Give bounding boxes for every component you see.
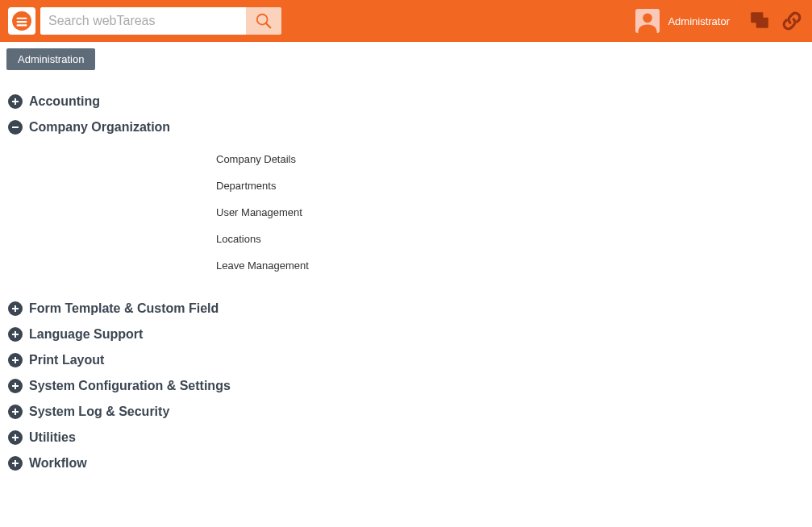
company-organization-items: Company Details Departments User Managem…: [216, 146, 804, 279]
expand-icon: [8, 379, 23, 393]
expand-icon: [8, 456, 23, 471]
link-icon: [781, 10, 802, 31]
section-system-log[interactable]: System Log & Security: [8, 405, 804, 419]
avatar[interactable]: [635, 9, 660, 33]
expand-icon: [8, 353, 23, 367]
svg-rect-3: [17, 24, 27, 26]
section-form-template[interactable]: Form Template & Custom Field: [8, 301, 804, 316]
section-title: Language Support: [29, 327, 143, 342]
expand-icon: [8, 327, 23, 342]
expand-icon: [8, 430, 23, 445]
chat-button[interactable]: [747, 9, 772, 33]
chat-icon: [749, 10, 770, 31]
search-button[interactable]: [246, 7, 281, 35]
section-print-layout[interactable]: Print Layout: [8, 353, 804, 367]
svg-rect-1: [17, 18, 27, 19]
subitem-company-details[interactable]: Company Details: [216, 146, 804, 172]
subitem-leave-management[interactable]: Leave Management: [216, 252, 804, 279]
search-wrap: [40, 7, 281, 35]
svg-line-5: [266, 23, 271, 28]
expand-icon: [8, 405, 23, 419]
section-title: Utilities: [29, 430, 76, 445]
section-company-organization[interactable]: Company Organization: [8, 120, 804, 135]
expand-icon: [8, 301, 23, 316]
search-input[interactable]: [40, 7, 246, 35]
avatar-icon: [636, 10, 659, 33]
svg-rect-8: [756, 18, 768, 28]
search-icon: [255, 12, 273, 30]
svg-rect-2: [17, 21, 27, 23]
subitem-user-management[interactable]: User Management: [216, 199, 804, 226]
menu-icon: [11, 10, 32, 31]
header-bar: Administrator: [0, 0, 812, 42]
subitem-departments[interactable]: Departments: [216, 172, 804, 199]
section-workflow[interactable]: Workflow: [8, 456, 804, 471]
subitem-locations[interactable]: Locations: [216, 226, 804, 252]
section-accounting[interactable]: Accounting: [8, 94, 804, 109]
svg-point-6: [643, 14, 653, 23]
breadcrumb[interactable]: Administration: [6, 48, 95, 70]
section-system-config[interactable]: System Configuration & Settings: [8, 379, 804, 393]
admin-content: Accounting Company Organization Company …: [0, 70, 812, 498]
section-utilities[interactable]: Utilities: [8, 430, 804, 445]
user-name[interactable]: Administrator: [668, 15, 730, 27]
section-title: Print Layout: [29, 353, 104, 367]
section-title: System Log & Security: [29, 405, 169, 419]
section-title: Form Template & Custom Field: [29, 301, 219, 316]
expand-icon: [8, 94, 23, 109]
section-title: Workflow: [29, 456, 87, 471]
section-language-support[interactable]: Language Support: [8, 327, 804, 342]
section-title: Company Organization: [29, 120, 170, 135]
collapse-icon: [8, 120, 23, 135]
section-title: Accounting: [29, 94, 100, 109]
link-button[interactable]: [780, 9, 804, 33]
section-title: System Configuration & Settings: [29, 379, 231, 393]
app-logo[interactable]: [8, 7, 35, 35]
